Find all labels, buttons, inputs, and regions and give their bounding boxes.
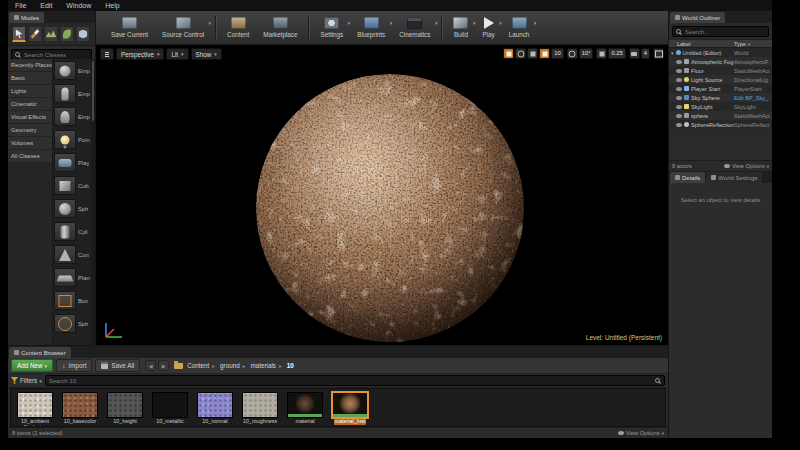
tab-content-browser[interactable]: Content Browser xyxy=(9,347,71,358)
paint-mode-icon[interactable] xyxy=(28,26,42,42)
edit-blueprint-link[interactable]: Edit BP_Sky_ xyxy=(734,95,772,101)
asset-10-basecolor[interactable]: 10_basecolor xyxy=(60,392,100,425)
place-item-cone[interactable]: Con xyxy=(53,243,91,266)
modes-search-input[interactable] xyxy=(24,52,88,58)
place-item-cylinder[interactable]: Cyli xyxy=(53,220,91,243)
category-recently-placed[interactable]: Recently Placed xyxy=(8,59,52,72)
visibility-eye-icon[interactable] xyxy=(676,87,682,91)
visibility-eye-icon[interactable] xyxy=(676,69,682,73)
show-button[interactable]: Show xyxy=(191,48,222,60)
rotation-snap-icon[interactable] xyxy=(567,48,578,59)
modes-scrollbar[interactable] xyxy=(91,59,95,345)
category-basic[interactable]: Basic xyxy=(8,72,52,85)
category-visual-effects[interactable]: Visual Effects xyxy=(8,111,52,124)
import-button[interactable]: Import xyxy=(56,359,92,372)
place-item-point-light[interactable]: Poin xyxy=(53,128,91,151)
viewport-options-icon[interactable] xyxy=(100,48,114,60)
category-cinematic[interactable]: Cinematic xyxy=(8,98,52,111)
outliner-row-player-start[interactable]: Player StartPlayerStart xyxy=(669,84,772,93)
scale-gizmo-icon[interactable] xyxy=(527,48,538,59)
landscape-mode-icon[interactable] xyxy=(44,26,58,42)
asset-10-normal[interactable]: 10_normal xyxy=(195,392,235,425)
camera-speed-value[interactable]: 4 xyxy=(641,48,650,59)
outliner-row-sphere[interactable]: sphereStaticMeshAct xyxy=(669,111,772,120)
place-item-box-trigger[interactable]: Box xyxy=(53,289,91,312)
rotation-snap-value[interactable]: 10° xyxy=(579,48,594,59)
place-item-player-start[interactable]: Play xyxy=(53,151,91,174)
cinematics-button[interactable]: Cinematics xyxy=(392,11,437,44)
visibility-eye-icon[interactable] xyxy=(676,123,682,127)
scale-snap-icon[interactable] xyxy=(596,48,607,59)
menu-window[interactable]: Window xyxy=(59,2,98,9)
translate-gizmo-icon[interactable] xyxy=(503,48,514,59)
visibility-eye-icon[interactable] xyxy=(676,60,682,64)
place-item-plane[interactable]: Plan xyxy=(53,266,91,289)
scrollbar-thumb[interactable] xyxy=(92,61,94,121)
forward-arrow-button[interactable] xyxy=(158,360,169,371)
place-item-empty-character[interactable]: Emp xyxy=(53,82,91,105)
outliner-row-sphere-reflection-capture[interactable]: SphereReflectionCaptureSphereReflect xyxy=(669,120,772,129)
menu-help[interactable]: Help xyxy=(98,2,126,9)
menu-edit[interactable]: Edit xyxy=(33,2,59,9)
outliner-search-input[interactable] xyxy=(685,29,765,35)
asset-10-metallic[interactable]: 10_metallic xyxy=(150,392,190,425)
visibility-eye-icon[interactable] xyxy=(676,114,682,118)
filters-button[interactable]: Filters xyxy=(11,377,42,384)
content-view-options-button[interactable]: View Options xyxy=(618,430,664,436)
settings-button[interactable]: Settings xyxy=(313,11,350,44)
tab-details[interactable]: Details xyxy=(670,172,705,183)
play-button[interactable]: Play xyxy=(475,11,501,44)
category-geometry[interactable]: Geometry xyxy=(8,124,52,137)
breadcrumb-10[interactable]: 10 xyxy=(286,362,295,369)
camera-speed-icon[interactable] xyxy=(629,48,640,59)
expand-arrow-icon[interactable] xyxy=(671,50,674,56)
asset-material[interactable]: material xyxy=(285,392,325,425)
asset-10-roughness[interactable]: 10_roughness xyxy=(240,392,280,425)
add-new-button[interactable]: Add New xyxy=(11,359,53,372)
outliner-row-skylight[interactable]: SkyLightSkyLight xyxy=(669,102,772,111)
outliner-view-options-button[interactable]: View Options xyxy=(724,163,769,169)
save-current-button[interactable]: Save Current xyxy=(104,11,155,44)
menu-file[interactable]: File xyxy=(8,2,33,9)
visibility-eye-icon[interactable] xyxy=(676,78,682,82)
asset-10-ambient-occlusion[interactable]: 10_ambient Occlusion xyxy=(15,392,55,427)
rotate-gizmo-icon[interactable] xyxy=(515,48,526,59)
outliner-row-atmospheric-fog[interactable]: Atmospheric FogAtmosphericF xyxy=(669,57,772,66)
viewport-3d[interactable]: Perspective Lit Show 10 10° 0.25 4 xyxy=(96,45,668,345)
breadcrumb-ground[interactable]: ground xyxy=(219,362,249,369)
outliner-search[interactable] xyxy=(672,26,769,37)
content-button[interactable]: Content xyxy=(220,11,256,44)
back-arrow-button[interactable] xyxy=(145,360,156,371)
build-button[interactable]: Build xyxy=(446,11,475,44)
place-item-empty-pawn[interactable]: Emp xyxy=(53,105,91,128)
grid-snap-icon[interactable] xyxy=(539,48,550,59)
breadcrumb-materials[interactable]: materials xyxy=(249,362,285,369)
tab-world-settings[interactable]: World Settings xyxy=(706,172,762,183)
perspective-button[interactable]: Perspective xyxy=(116,48,164,60)
visibility-eye-icon[interactable] xyxy=(676,96,682,100)
foliage-mode-icon[interactable] xyxy=(60,26,74,42)
outliner-row-sky-sphere[interactable]: Sky SphereEdit BP_Sky_ xyxy=(669,93,772,102)
source-control-button[interactable]: Source Control xyxy=(155,11,211,44)
category-volumes[interactable]: Volumes xyxy=(8,137,52,150)
asset-search[interactable] xyxy=(45,375,665,386)
outliner-row-floor[interactable]: FloorStaticMeshAct xyxy=(669,66,772,75)
outliner-row-light-source[interactable]: Light SourceDirectionalLig xyxy=(669,75,772,84)
place-mode-icon[interactable] xyxy=(12,26,26,42)
category-lights[interactable]: Lights xyxy=(8,85,52,98)
sphere-actor[interactable] xyxy=(254,72,526,344)
launch-button[interactable]: Launch xyxy=(502,11,537,44)
column-label[interactable]: Label xyxy=(669,41,734,47)
geometry-mode-icon[interactable] xyxy=(76,26,90,42)
asset-material-inst[interactable]: material_Inst xyxy=(330,392,370,425)
place-item-sphere[interactable]: Sph xyxy=(53,197,91,220)
outliner-row-untitled[interactable]: Untitled (Editor)World xyxy=(669,48,772,57)
marketplace-button[interactable]: Marketplace xyxy=(256,11,304,44)
place-item-empty-actor[interactable]: Emp xyxy=(53,59,91,82)
save-all-button[interactable]: Save All xyxy=(95,359,140,372)
lit-mode-button[interactable]: Lit xyxy=(166,48,188,60)
place-item-cube[interactable]: Cub xyxy=(53,174,91,197)
scale-snap-value[interactable]: 0.25 xyxy=(608,48,625,59)
grid-snap-value[interactable]: 10 xyxy=(551,48,563,59)
maximize-viewport-icon[interactable] xyxy=(653,48,664,59)
